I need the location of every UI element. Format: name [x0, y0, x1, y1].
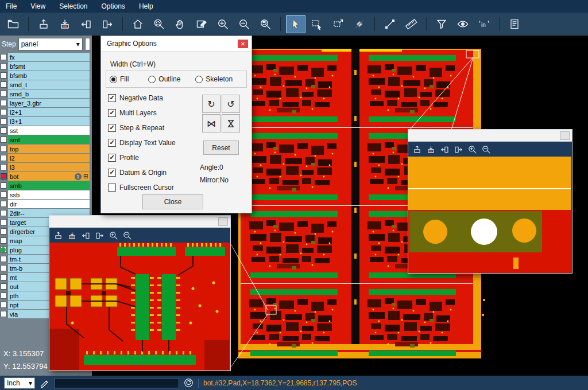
layer-visibility-checkbox[interactable] — [1, 311, 7, 317]
layer-row[interactable]: l2+1 — [0, 108, 92, 116]
layer-row[interactable]: smd_t — [0, 80, 92, 89]
checkbox-fullscreen-cursor[interactable]: Fullscreen Cursor — [108, 183, 174, 192]
mirror-vertical-button[interactable]: ⋈ — [222, 114, 240, 132]
checkbox-profile[interactable]: Profile — [108, 153, 139, 162]
layer-visibility-checkbox[interactable] — [1, 237, 7, 244]
layer-visibility-checkbox[interactable] — [1, 182, 7, 189]
line-tool-button[interactable] — [380, 15, 400, 33]
layer-label[interactable]: top — [8, 145, 90, 153]
layer-visibility-checkbox[interactable] — [1, 302, 7, 308]
box-arrow-left-icon[interactable] — [440, 145, 450, 154]
checkbox[interactable] — [108, 154, 116, 162]
layer-visibility-checkbox[interactable] — [1, 91, 7, 97]
menu-options[interactable]: Options — [102, 2, 125, 10]
zoom-out-icon[interactable] — [481, 145, 491, 154]
layer-label[interactable]: bfsmb — [8, 71, 90, 80]
radio-fill[interactable]: Fill — [110, 75, 129, 83]
box-arrow-up-icon[interactable] — [53, 231, 63, 240]
layer-row[interactable]: smb — [0, 181, 92, 190]
zoom-window-button[interactable] — [149, 15, 169, 33]
layer-visibility-checkbox[interactable] — [1, 127, 7, 134]
zoom-previous-button[interactable] — [256, 15, 275, 33]
layer-visibility-checkbox[interactable] — [1, 164, 7, 170]
layer-visibility-checkbox[interactable] — [1, 201, 7, 207]
detail-window-titlebar[interactable] — [49, 216, 230, 228]
ruler-button[interactable] — [401, 15, 421, 33]
zoom-in-button[interactable] — [213, 15, 233, 33]
box-arrow-right-icon[interactable] — [454, 145, 463, 154]
layer-visibility-checkbox[interactable] — [1, 228, 7, 235]
checkbox-multi-layers[interactable]: Multi Layers — [108, 108, 157, 118]
checkbox-step-repeat[interactable]: Step & Repeat — [108, 123, 164, 132]
layer-row[interactable]: top — [0, 145, 92, 153]
reset-button[interactable]: Reset — [203, 141, 239, 155]
layer-visibility-checkbox[interactable] — [1, 72, 7, 79]
checkbox-display-text-value[interactable]: Display Text Value — [108, 138, 176, 147]
report-button[interactable] — [505, 15, 524, 33]
layer-visibility-checkbox[interactable] — [1, 136, 7, 143]
menu-view[interactable]: View — [30, 2, 45, 10]
step-select[interactable]: panel ▾ — [18, 38, 83, 50]
layer-label[interactable]: dir — [8, 200, 90, 208]
layer-visibility-checkbox[interactable] — [1, 100, 7, 106]
import-down-button[interactable] — [55, 15, 75, 33]
layer-visibility-checkbox[interactable] — [1, 109, 7, 115]
layer-visibility-checkbox[interactable] — [1, 265, 7, 271]
dialog-close-button[interactable]: ✕ — [238, 40, 248, 48]
checkbox[interactable] — [108, 109, 116, 117]
layer-row[interactable]: sst — [0, 126, 92, 135]
layer-row[interactable]: l3 — [0, 163, 92, 171]
pan-button[interactable] — [171, 15, 190, 33]
layer-visibility-checkbox[interactable] — [1, 210, 7, 216]
layer-row[interactable]: ssb — [0, 190, 92, 199]
layer-visibility-checkbox[interactable] — [1, 81, 7, 88]
layer-label[interactable]: smd_b — [8, 89, 90, 98]
layer-label[interactable]: layer_3.gbr — [8, 99, 90, 107]
import-up-button[interactable] — [34, 15, 53, 33]
checkbox[interactable] — [108, 124, 116, 132]
radio-button[interactable] — [148, 76, 156, 83]
box-arrow-down-icon[interactable] — [67, 231, 77, 240]
layer-row[interactable]: bfsmb — [0, 71, 92, 80]
detail-window-bottom-left[interactable] — [49, 215, 231, 371]
dialog-titlebar[interactable]: Graphic Options — [101, 36, 252, 52]
detail-view-content[interactable] — [49, 243, 229, 370]
zoom-out-icon[interactable] — [122, 231, 132, 240]
radio-button[interactable] — [195, 76, 203, 83]
filter-button[interactable] — [432, 15, 451, 33]
radio-skeleton[interactable]: Skeleton — [195, 75, 233, 83]
box-arrow-left-icon[interactable] — [81, 231, 91, 240]
layer-label[interactable]: fx — [8, 53, 90, 61]
select-tool-button[interactable] — [286, 15, 305, 33]
layer-label[interactable]: l2 — [8, 154, 90, 162]
menu-file[interactable]: File — [6, 2, 17, 10]
layer-label[interactable]: bfsmt — [8, 62, 90, 71]
layer-visibility-checkbox[interactable] — [1, 292, 7, 299]
box-arrow-up-icon[interactable] — [412, 145, 422, 154]
checkbox-negative-data[interactable]: Negative Data — [108, 93, 163, 103]
checkbox[interactable] — [108, 94, 116, 102]
detail-window-right[interactable] — [408, 129, 572, 274]
layer-row[interactable]: bfsmt — [0, 62, 92, 71]
layer-row[interactable]: layer_3.gbr — [0, 99, 92, 107]
refresh-icon[interactable] — [184, 378, 194, 388]
box-arrow-right-icon[interactable] — [95, 231, 105, 240]
layer-label[interactable]: smt — [8, 135, 90, 144]
layer-visibility-checkbox[interactable] — [1, 219, 7, 225]
layer-label[interactable]: l3+1 — [8, 117, 90, 126]
detail-window-titlebar[interactable] — [408, 130, 572, 142]
layer-row[interactable]: l3+1 — [0, 117, 92, 126]
layer-label[interactable]: bot 1 ⊞ — [8, 172, 90, 181]
open-button[interactable] — [3, 15, 23, 33]
home-view-button[interactable] — [128, 15, 148, 33]
radio-button[interactable] — [110, 76, 117, 83]
maximize-button[interactable] — [560, 131, 570, 140]
mirror-horizontal-button[interactable]: ⋈ — [202, 114, 220, 132]
find-text-button[interactable]: in — [474, 15, 494, 33]
box-arrow-down-icon[interactable] — [426, 145, 436, 154]
layer-label[interactable]: l3 — [8, 163, 90, 171]
layer-visibility-checkbox[interactable] — [1, 274, 7, 280]
checkbox[interactable] — [108, 169, 116, 177]
layer-row[interactable]: fx — [0, 53, 92, 61]
zoom-in-icon[interactable] — [109, 231, 118, 240]
